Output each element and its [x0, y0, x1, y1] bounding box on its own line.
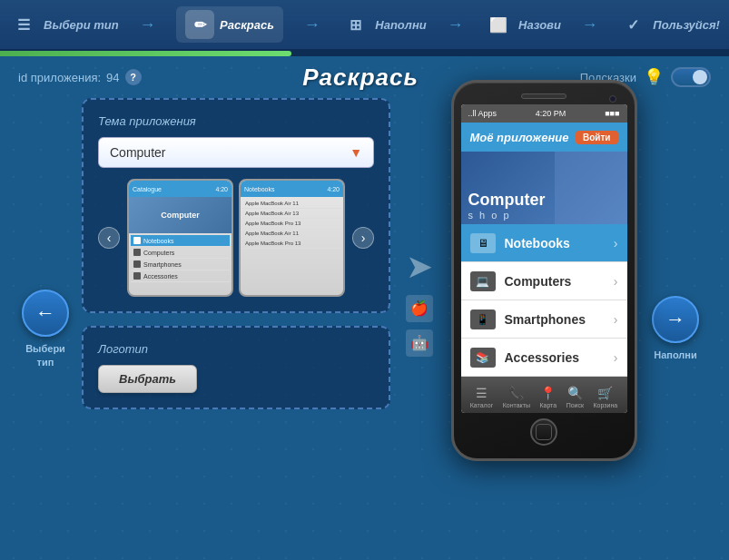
chevron-icon-3: › [614, 312, 618, 327]
contacts-tab-icon: 📞 [508, 386, 524, 400]
item-icon [133, 260, 141, 268]
mini-phones: Catalogue 4:20 Computer Notebooks [127, 179, 345, 297]
select-logo-button[interactable]: Выбрать [98, 365, 197, 393]
list-item: Computers [131, 247, 230, 259]
tab-map[interactable]: 📍 Карта [539, 386, 557, 408]
home-button-inner [536, 424, 552, 440]
list-item-left: 💻 Computers [470, 271, 572, 291]
phone-speaker [521, 93, 566, 99]
step2-label: Раскрась [220, 18, 274, 32]
mini-preview-container: ‹ Catalogue 4:20 Computer [98, 179, 374, 297]
contacts-tab-label: Контакты [503, 402, 530, 408]
app-id-label: id приложения: [18, 71, 101, 84]
list-item: Apple MacBook Pro 13 [242, 219, 341, 229]
toggle-knob [693, 70, 707, 84]
tab-catalogue[interactable]: ☰ Каталог [470, 386, 493, 408]
list-item-left: 📱 Smartphones [470, 309, 586, 329]
smartphones-icon: 📱 [470, 309, 496, 329]
wizard-step-1[interactable]: ☰ Выбери тип [9, 10, 119, 39]
back-button[interactable]: ← [22, 290, 69, 337]
theme-selected-value: Computer [110, 145, 165, 160]
center-arrow-icon: ➤ [406, 248, 433, 286]
item-icon [133, 237, 141, 244]
back-label: Выберитип [25, 342, 65, 368]
map-tab-label: Карта [539, 402, 557, 408]
wizard-step-4[interactable]: ⬜ Назови [484, 10, 561, 39]
mini-prev-button[interactable]: ‹ [98, 227, 120, 249]
map-tab-icon: 📍 [540, 386, 556, 400]
phone-tabbar: ☰ Каталог 📞 Контакты 📍 Карта 🔍 Поиск [461, 377, 627, 413]
next-button[interactable]: → [652, 296, 699, 343]
paint-icon: ✏ [185, 10, 214, 39]
item-icon [133, 272, 141, 280]
phone-list-item-3[interactable]: 📱 Smartphones › [461, 300, 627, 339]
list-item: Apple MacBook Air 13 [242, 209, 341, 219]
hero-subtitle: s h o p [468, 210, 546, 221]
notebooks-icon: 🖥 [470, 233, 496, 253]
list-item: Apple MacBook Air 11 [242, 199, 341, 209]
list-item-left: 🖥 Notebooks [470, 233, 570, 253]
accessories-label: Accessories [505, 350, 580, 365]
tab-cart[interactable]: 🛒 Корзина [594, 386, 618, 408]
mini-phone-1: Catalogue 4:20 Computer Notebooks [127, 179, 233, 297]
wizard-bar: ☰ Выбери тип → ✏ Раскрась → ⊞ Наполни → … [0, 0, 729, 51]
chevron-icon-1: › [614, 236, 618, 251]
list-item: Notebooks [131, 235, 230, 247]
phone-list-item-2[interactable]: 💻 Computers › [461, 262, 627, 300]
tab-search[interactable]: 🔍 Поиск [566, 386, 584, 408]
platform-icons: 🍎 🤖 [406, 295, 433, 357]
theme-dropdown[interactable]: Computer ▼ [98, 137, 374, 168]
item-icon [133, 249, 141, 256]
hints-toggle[interactable] [671, 67, 711, 87]
phone-camera [609, 95, 616, 103]
chevron-icon-4: › [614, 350, 618, 365]
mini-phone-1-header: Catalogue 4:20 [129, 181, 232, 197]
main-content: ← Выберитип Тема приложения Computer ▼ ‹… [0, 98, 729, 560]
catalogue-tab-icon: ☰ [476, 386, 488, 400]
center-area: ➤ 🍎 🤖 [399, 44, 439, 560]
hero-overlay [555, 152, 627, 224]
mini-next-button[interactable]: › [352, 227, 374, 249]
search-tab-icon: 🔍 [567, 386, 583, 400]
logo-label: Логотип [98, 342, 374, 356]
theme-label: Тема приложения [98, 114, 374, 128]
apple-icon: 🍎 [406, 295, 433, 322]
app-id-value: 94 [106, 71, 119, 84]
hero-text: Computer s h o p [468, 192, 546, 221]
tab-contacts[interactable]: 📞 Контакты [503, 386, 530, 408]
left-panel: Тема приложения Computer ▼ ‹ Catalogue 4… [82, 98, 390, 560]
step4-label: Назови [518, 18, 561, 32]
wizard-step-5[interactable]: ✓ Пользуйся! [618, 10, 720, 39]
list-item: Accessories [131, 270, 230, 282]
step3-label: Наполни [375, 18, 426, 32]
app-id-area: id приложения: 94 ? [18, 69, 142, 85]
phone-list-item-1[interactable]: 🖥 Notebooks › [461, 224, 627, 262]
phone-list-item-4[interactable]: 📚 Accessories › [461, 339, 627, 377]
navbar-login-button[interactable]: Войти [576, 131, 618, 144]
wizard-step-2[interactable]: ✏ Раскрась [176, 6, 283, 43]
step5-label: Пользуйся! [653, 18, 720, 32]
help-icon[interactable]: ? [125, 69, 142, 85]
dropdown-arrow-icon: ▼ [350, 145, 362, 160]
name-icon: ⬜ [484, 10, 513, 39]
mini-phone-2: Notebooks 4:20 Apple MacBook Air 11 Appl… [239, 179, 345, 297]
chevron-icon-2: › [614, 274, 618, 289]
phone-home-button[interactable] [530, 418, 557, 446]
wizard-step-3[interactable]: ⊞ Наполни [340, 10, 426, 39]
next-nav: → Наполни [648, 98, 703, 560]
smartphones-label: Smartphones [505, 312, 586, 327]
back-nav: ← Выберитип [18, 98, 73, 560]
arrow-4: → [582, 15, 598, 34]
mini-phone-1-list: Notebooks Computers Smartphones [129, 233, 232, 284]
theme-panel: Тема приложения Computer ▼ ‹ Catalogue 4… [82, 98, 390, 313]
statusbar-network: ..ll Apps [468, 109, 497, 118]
step1-label: Выбери тип [44, 18, 119, 32]
phone-outer: ..ll Apps 4:20 PM ■■■ Моё приложение Вой… [451, 80, 637, 461]
computers-icon: 💻 [470, 271, 496, 291]
catalogue-tab-label: Каталог [470, 402, 493, 408]
list-item-left: 📚 Accessories [470, 348, 580, 368]
hero-title: Computer [468, 192, 546, 210]
list-item: Apple MacBook Air 11 [242, 229, 341, 239]
mini-phone-1-hero: Computer [129, 197, 232, 233]
fill-icon: ⊞ [340, 10, 369, 39]
